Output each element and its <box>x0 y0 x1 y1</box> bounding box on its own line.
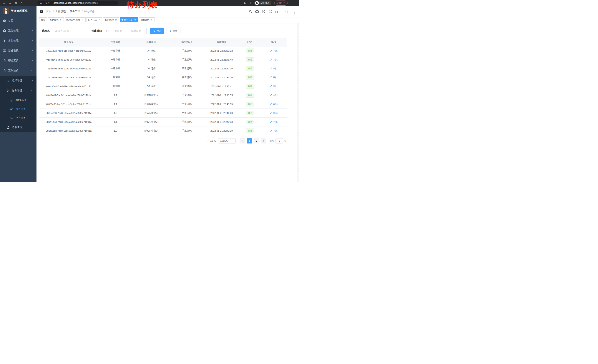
key-icon[interactable] <box>243 1 246 5</box>
approve-button[interactable]: 审批 <box>270 58 278 61</box>
browser-toolbar: ← → ↻ ⌂ 不安全 dashboard.yudao.iocoder.cn/b… <box>0 0 299 6</box>
tab-4[interactable]: 我的流程 × <box>103 17 119 22</box>
sidebar-item-5[interactable]: 工作流程 <box>0 66 36 76</box>
sidebar-item-9[interactable]: 待办任务 <box>0 105 36 113</box>
approve-button[interactable]: 审批 <box>270 129 278 132</box>
task-name: 一级审批 <box>98 73 133 82</box>
prev-page-button[interactable]: ‹ <box>240 138 245 144</box>
chevron-icon <box>31 90 33 92</box>
goto-page-input[interactable] <box>275 138 283 144</box>
tab-0[interactable]: 首页 × <box>39 17 47 22</box>
task-name: 一级审批 <box>98 82 133 91</box>
date-range-picker[interactable]: 开始日期 - 结束日期 <box>104 28 147 34</box>
task-id: 725a1eb6-7b88-11ec-8ef0-acde48001122 <box>39 64 98 73</box>
close-icon[interactable]: × <box>59 19 62 21</box>
sidebar-item-0[interactable]: 首页 <box>0 16 36 26</box>
close-icon[interactable]: × <box>150 19 153 21</box>
process-name-input[interactable] <box>52 28 87 34</box>
sidebar-item-3[interactable]: 基础设施 <box>0 46 36 56</box>
update-button[interactable]: 更新 ⋮ <box>274 0 288 6</box>
address-bar[interactable]: 不安全 dashboard.yudao.iocoder.cn/bpm/task/… <box>37 1 118 5</box>
breadcrumb-item-0[interactable]: 首页 / <box>46 10 55 13</box>
sidebar-item-10[interactable]: 已办任务 <box>0 113 36 122</box>
breadcrumb-separator: / <box>82 10 83 13</box>
page-number-0[interactable]: 1 <box>247 138 252 144</box>
page-size-select[interactable]: 10条/页 <box>218 138 236 144</box>
tab-5[interactable]: 待办任务 × <box>120 17 138 22</box>
flow-icon <box>6 89 10 93</box>
sidebar-item-2[interactable]: ¥ 支付管理 <box>0 36 36 46</box>
caret-down-icon[interactable]: ▼ <box>294 12 295 14</box>
chevron-icon <box>31 80 33 81</box>
github-icon[interactable] <box>255 10 259 13</box>
home-icon[interactable]: ⌂ <box>19 1 25 5</box>
task-id: 580e1b3d-7ac8-11ec-a9e2-a2380e71991a <box>39 117 98 126</box>
tab-1[interactable]: 发起流程 × <box>48 17 64 22</box>
column-header-2: 所属流程 <box>133 38 170 46</box>
close-icon[interactable]: × <box>81 19 84 21</box>
fullscreen-icon[interactable] <box>268 10 272 13</box>
approve-button[interactable]: 审批 <box>270 102 278 106</box>
status-badge: 激活 <box>246 75 254 80</box>
close-icon[interactable]: × <box>134 19 136 21</box>
sidebar-item-4[interactable]: 研发工具 <box>0 56 36 66</box>
svg-text:T: T <box>276 10 278 13</box>
breadcrumb-item-2[interactable]: 任务管理 / <box>70 10 84 13</box>
approve-button[interactable]: 审批 <box>270 67 278 70</box>
edit-pencil-icon <box>270 129 272 132</box>
approve-button[interactable]: 审批 <box>270 85 278 88</box>
avatar[interactable] <box>283 8 290 15</box>
approve-button[interactable]: 审批 <box>270 111 278 115</box>
reload-icon[interactable]: ↻ <box>13 1 19 5</box>
eye-open-icon <box>10 107 14 111</box>
task-process: OA 请假 <box>133 64 170 73</box>
approve-button[interactable]: 审批 <box>270 120 278 123</box>
font-size-icon[interactable]: T T <box>275 10 279 13</box>
goto-label: 前往 <box>269 139 274 143</box>
hamburger-fold-icon[interactable] <box>40 10 43 13</box>
sidebar-item-7[interactable]: 任务管理 <box>0 86 36 96</box>
forward-icon[interactable]: → <box>7 1 13 5</box>
svg-text:¥: ¥ <box>4 39 5 42</box>
search-button[interactable]: 搜索 <box>150 28 164 34</box>
task-process: 测试多审批人 <box>133 126 170 135</box>
tab-6[interactable]: 流程详情 × <box>139 17 155 22</box>
approve-button[interactable]: 审批 <box>270 49 278 52</box>
svg-text:?: ? <box>263 10 264 12</box>
sidebar-item-11[interactable]: 请假查询 <box>0 122 36 132</box>
help-icon[interactable]: ? <box>262 10 265 13</box>
sidebar-item-1[interactable]: 系统管理 <box>0 26 36 36</box>
incognito-badge: 无痕模式 <box>254 0 271 5</box>
sidebar-item-8[interactable]: 我的流程 <box>0 96 36 105</box>
next-page-button[interactable]: › <box>261 138 266 144</box>
back-icon[interactable]: ← <box>1 1 7 5</box>
breadcrumb-item-3[interactable]: 待办任务 / <box>84 10 95 13</box>
task-created: 2022-01-22 23:53:32 <box>204 46 239 55</box>
table-row-5: 8f0d1619-7ac8-11ec-a9e2-a2380e71991a 1.2… <box>39 91 287 100</box>
task-id: 8f0d1619-7ac8-11ec-a9e2-a2380e71991a <box>39 91 98 100</box>
search-icon[interactable] <box>249 10 252 13</box>
tab-2[interactable]: 流程表单-编辑 × <box>65 17 86 22</box>
status-badge: 激活 <box>246 66 254 71</box>
top-navbar: 首页 / 工作流程 / 任务管理 / 待办任务 <box>36 6 299 17</box>
bookmark-star-icon[interactable]: ☆ <box>249 1 252 5</box>
approve-button[interactable]: 审批 <box>270 76 278 79</box>
table-row-1: 069c6a63-7b8a-11ec-8ef0-acde48001122 一级审… <box>39 55 287 64</box>
app-logo[interactable]: 芋道管理系统 <box>0 6 36 16</box>
chevron-icon <box>31 70 33 72</box>
reset-button[interactable]: ↻ 重置 <box>166 28 180 34</box>
tab-3[interactable]: 已办任务 × <box>86 17 102 22</box>
task-id: 8f059c03-7ac8-11ec-a9e2-a2380e71991a <box>39 100 98 108</box>
breadcrumb-item-1[interactable]: 工作流程 / <box>55 10 70 13</box>
browser-menu-icon[interactable]: ⋮ <box>283 2 286 4</box>
create-time-label: 创建时间 <box>91 29 102 32</box>
close-icon[interactable]: × <box>115 19 117 21</box>
status-badge: 激活 <box>246 102 254 106</box>
task-initiator: 芋道源码 <box>170 73 204 82</box>
page-number-1[interactable]: 2 <box>254 138 259 144</box>
scrollbar[interactable] <box>297 12 299 182</box>
close-icon[interactable]: × <box>98 19 100 21</box>
range-separator: - <box>125 30 128 32</box>
approve-button[interactable]: 审批 <box>270 94 278 97</box>
sidebar-item-6[interactable]: 流程管理 <box>0 76 36 86</box>
